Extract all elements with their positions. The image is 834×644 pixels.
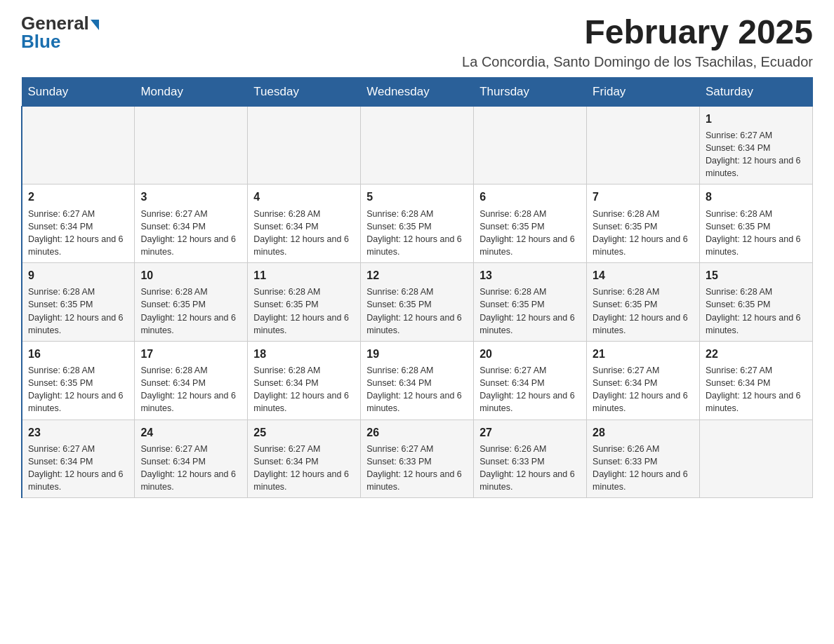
calendar-day-cell: 11Sunrise: 6:28 AM Sunset: 6:35 PM Dayli… bbox=[248, 263, 361, 342]
day-number: 3 bbox=[140, 189, 241, 205]
day-info: Sunrise: 6:28 AM Sunset: 6:35 PM Dayligh… bbox=[140, 286, 241, 337]
day-info: Sunrise: 6:28 AM Sunset: 6:34 PM Dayligh… bbox=[253, 208, 355, 259]
logo-arrow-icon bbox=[91, 20, 99, 30]
calendar-day-cell bbox=[135, 106, 248, 185]
calendar-day-cell: 8Sunrise: 6:28 AM Sunset: 6:35 PM Daylig… bbox=[700, 185, 813, 263]
day-number: 4 bbox=[253, 189, 355, 205]
day-info: Sunrise: 6:27 AM Sunset: 6:34 PM Dayligh… bbox=[28, 208, 128, 259]
day-info: Sunrise: 6:28 AM Sunset: 6:35 PM Dayligh… bbox=[479, 208, 581, 259]
day-info: Sunrise: 6:28 AM Sunset: 6:35 PM Dayligh… bbox=[366, 208, 468, 259]
day-number: 20 bbox=[479, 346, 581, 362]
weekday-header-sunday: Sunday bbox=[22, 77, 135, 106]
day-number: 12 bbox=[366, 267, 468, 283]
calendar-day-cell: 1Sunrise: 6:27 AM Sunset: 6:34 PM Daylig… bbox=[700, 106, 813, 185]
calendar-title: February 2025 bbox=[462, 14, 813, 51]
day-number: 26 bbox=[366, 424, 468, 441]
calendar-week-row: 2Sunrise: 6:27 AM Sunset: 6:34 PM Daylig… bbox=[22, 185, 813, 263]
day-number: 19 bbox=[366, 346, 468, 362]
calendar-day-cell: 19Sunrise: 6:28 AM Sunset: 6:34 PM Dayli… bbox=[361, 341, 474, 420]
weekday-header-row: SundayMondayTuesdayWednesdayThursdayFrid… bbox=[22, 77, 813, 106]
day-number: 28 bbox=[593, 424, 694, 441]
day-info: Sunrise: 6:27 AM Sunset: 6:34 PM Dayligh… bbox=[706, 129, 807, 180]
calendar-day-cell: 21Sunrise: 6:27 AM Sunset: 6:34 PM Dayli… bbox=[587, 341, 700, 420]
day-info: Sunrise: 6:28 AM Sunset: 6:35 PM Dayligh… bbox=[28, 364, 128, 415]
calendar-day-cell bbox=[474, 106, 587, 185]
calendar-subtitle: La Concordia, Santo Domingo de los Tsach… bbox=[462, 54, 813, 70]
calendar-day-cell: 22Sunrise: 6:27 AM Sunset: 6:34 PM Dayli… bbox=[700, 341, 813, 420]
day-number: 23 bbox=[28, 424, 128, 441]
calendar-day-cell: 10Sunrise: 6:28 AM Sunset: 6:35 PM Dayli… bbox=[135, 263, 248, 342]
calendar-day-cell: 24Sunrise: 6:27 AM Sunset: 6:34 PM Dayli… bbox=[135, 420, 248, 498]
calendar-day-cell: 12Sunrise: 6:28 AM Sunset: 6:35 PM Dayli… bbox=[361, 263, 474, 342]
weekday-header-tuesday: Tuesday bbox=[248, 77, 361, 106]
day-number: 8 bbox=[706, 189, 807, 205]
day-number: 6 bbox=[479, 189, 581, 205]
calendar-day-cell: 14Sunrise: 6:28 AM Sunset: 6:35 PM Dayli… bbox=[587, 263, 700, 342]
day-number: 14 bbox=[593, 267, 694, 283]
calendar-table: SundayMondayTuesdayWednesdayThursdayFrid… bbox=[21, 77, 813, 498]
calendar-day-cell: 6Sunrise: 6:28 AM Sunset: 6:35 PM Daylig… bbox=[474, 185, 587, 263]
calendar-week-row: 23Sunrise: 6:27 AM Sunset: 6:34 PM Dayli… bbox=[22, 420, 813, 498]
day-info: Sunrise: 6:28 AM Sunset: 6:34 PM Dayligh… bbox=[253, 364, 355, 415]
calendar-day-cell: 2Sunrise: 6:27 AM Sunset: 6:34 PM Daylig… bbox=[22, 185, 135, 263]
day-info: Sunrise: 6:28 AM Sunset: 6:35 PM Dayligh… bbox=[706, 208, 807, 259]
day-info: Sunrise: 6:27 AM Sunset: 6:33 PM Dayligh… bbox=[366, 443, 468, 494]
calendar-day-cell: 26Sunrise: 6:27 AM Sunset: 6:33 PM Dayli… bbox=[361, 420, 474, 498]
calendar-day-cell: 20Sunrise: 6:27 AM Sunset: 6:34 PM Dayli… bbox=[474, 341, 587, 420]
calendar-day-cell: 3Sunrise: 6:27 AM Sunset: 6:34 PM Daylig… bbox=[135, 185, 248, 263]
logo-blue-text: Blue bbox=[21, 32, 60, 51]
calendar-day-cell: 15Sunrise: 6:28 AM Sunset: 6:35 PM Dayli… bbox=[700, 263, 813, 342]
day-number: 17 bbox=[140, 346, 241, 362]
day-number: 13 bbox=[479, 267, 581, 283]
calendar-day-cell: 25Sunrise: 6:27 AM Sunset: 6:34 PM Dayli… bbox=[248, 420, 361, 498]
day-info: Sunrise: 6:28 AM Sunset: 6:35 PM Dayligh… bbox=[479, 286, 581, 337]
day-number: 22 bbox=[706, 346, 807, 362]
day-info: Sunrise: 6:28 AM Sunset: 6:35 PM Dayligh… bbox=[706, 286, 807, 337]
logo: General Blue bbox=[21, 14, 99, 51]
day-number: 25 bbox=[253, 424, 355, 441]
calendar-day-cell: 7Sunrise: 6:28 AM Sunset: 6:35 PM Daylig… bbox=[587, 185, 700, 263]
weekday-header-thursday: Thursday bbox=[474, 77, 587, 106]
day-info: Sunrise: 6:27 AM Sunset: 6:34 PM Dayligh… bbox=[253, 443, 355, 494]
day-info: Sunrise: 6:28 AM Sunset: 6:34 PM Dayligh… bbox=[366, 364, 468, 415]
calendar-day-cell bbox=[22, 106, 135, 185]
day-info: Sunrise: 6:26 AM Sunset: 6:33 PM Dayligh… bbox=[479, 443, 581, 494]
day-number: 21 bbox=[593, 346, 694, 362]
day-number: 7 bbox=[593, 189, 694, 205]
calendar-day-cell: 18Sunrise: 6:28 AM Sunset: 6:34 PM Dayli… bbox=[248, 341, 361, 420]
calendar-day-cell: 27Sunrise: 6:26 AM Sunset: 6:33 PM Dayli… bbox=[474, 420, 587, 498]
page-header: General Blue February 2025 La Concordia,… bbox=[21, 14, 813, 70]
calendar-day-cell: 13Sunrise: 6:28 AM Sunset: 6:35 PM Dayli… bbox=[474, 263, 587, 342]
calendar-day-cell: 28Sunrise: 6:26 AM Sunset: 6:33 PM Dayli… bbox=[587, 420, 700, 498]
calendar-day-cell bbox=[361, 106, 474, 185]
calendar-day-cell: 9Sunrise: 6:28 AM Sunset: 6:35 PM Daylig… bbox=[22, 263, 135, 342]
calendar-day-cell: 4Sunrise: 6:28 AM Sunset: 6:34 PM Daylig… bbox=[248, 185, 361, 263]
day-number: 11 bbox=[253, 267, 355, 283]
day-number: 1 bbox=[706, 111, 807, 127]
day-info: Sunrise: 6:28 AM Sunset: 6:35 PM Dayligh… bbox=[593, 286, 694, 337]
day-info: Sunrise: 6:27 AM Sunset: 6:34 PM Dayligh… bbox=[706, 364, 807, 415]
day-info: Sunrise: 6:27 AM Sunset: 6:34 PM Dayligh… bbox=[140, 443, 241, 494]
weekday-header-friday: Friday bbox=[587, 77, 700, 106]
calendar-week-row: 9Sunrise: 6:28 AM Sunset: 6:35 PM Daylig… bbox=[22, 263, 813, 342]
calendar-day-cell: 5Sunrise: 6:28 AM Sunset: 6:35 PM Daylig… bbox=[361, 185, 474, 263]
weekday-header-monday: Monday bbox=[135, 77, 248, 106]
day-info: Sunrise: 6:27 AM Sunset: 6:34 PM Dayligh… bbox=[140, 208, 241, 259]
day-info: Sunrise: 6:27 AM Sunset: 6:34 PM Dayligh… bbox=[28, 443, 128, 494]
logo-general-text: General bbox=[21, 14, 89, 32]
title-area: February 2025 La Concordia, Santo Doming… bbox=[462, 14, 813, 70]
day-info: Sunrise: 6:27 AM Sunset: 6:34 PM Dayligh… bbox=[593, 364, 694, 415]
weekday-header-saturday: Saturday bbox=[700, 77, 813, 106]
day-number: 2 bbox=[28, 189, 128, 205]
day-number: 16 bbox=[28, 346, 128, 362]
day-number: 9 bbox=[28, 267, 128, 283]
calendar-day-cell bbox=[700, 420, 813, 498]
calendar-day-cell: 17Sunrise: 6:28 AM Sunset: 6:34 PM Dayli… bbox=[135, 341, 248, 420]
calendar-week-row: 1Sunrise: 6:27 AM Sunset: 6:34 PM Daylig… bbox=[22, 106, 813, 185]
calendar-day-cell: 23Sunrise: 6:27 AM Sunset: 6:34 PM Dayli… bbox=[22, 420, 135, 498]
day-info: Sunrise: 6:27 AM Sunset: 6:34 PM Dayligh… bbox=[479, 364, 581, 415]
day-info: Sunrise: 6:28 AM Sunset: 6:35 PM Dayligh… bbox=[366, 286, 468, 337]
weekday-header-wednesday: Wednesday bbox=[361, 77, 474, 106]
calendar-week-row: 16Sunrise: 6:28 AM Sunset: 6:35 PM Dayli… bbox=[22, 341, 813, 420]
day-number: 24 bbox=[140, 424, 241, 441]
